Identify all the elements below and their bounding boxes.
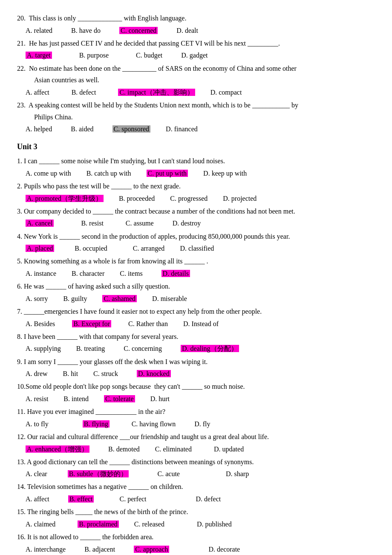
question-21: 21. He has just passed CET IV and he dec… — [17, 38, 375, 61]
option-u3-8-b: B. treating — [73, 343, 105, 354]
option-u3-5-b: B. character — [68, 268, 104, 279]
option-u3-8-c: C. concerning — [117, 343, 162, 354]
option-u3-13-d: D. sharp — [192, 468, 249, 480]
option-u3-12-a: A. enhanced（增强） — [26, 443, 89, 455]
question-u3-6-options: A. sorry B. guilty C. ashamed D. miserab… — [26, 293, 375, 304]
option-u3-6-c: C. ashamed — [99, 293, 137, 304]
answer-u3-4-a: A. placed — [26, 245, 54, 252]
option-u3-11-b: B. flying — [61, 418, 110, 430]
option-u3-2-a: A. promoted（学生升级） — [26, 193, 104, 204]
question-u3-11-text: 11. Have you ever imagined ____________ … — [17, 406, 375, 417]
option-u3-7-d: D. Instead of — [180, 318, 219, 330]
question-u3-16: 16. It is not allowed to ______ the forb… — [17, 532, 375, 555]
option-22-d: D. compact — [207, 87, 242, 98]
unit-3-section: 1. I can ______ some noise while I'm stu… — [17, 156, 375, 555]
answer-u3-15-b: B. proclaimed — [78, 520, 119, 528]
option-u3-15-d: D. published — [176, 518, 232, 530]
answer-u3-10-c: C. tolerate — [104, 395, 135, 402]
question-u3-5: 5. Knowing something as a whole is far f… — [17, 256, 375, 279]
question-u3-6: 6. He was ______ of having asked such a … — [17, 281, 375, 304]
question-u3-8-options: A. supplying B. treating C. concerning D… — [26, 343, 375, 354]
answer-23-c: C. sponsored — [112, 125, 151, 133]
question-u3-15-text: 15. The ringing bells _____ the news of … — [17, 506, 375, 517]
option-u3-11-d: D. fly — [187, 418, 210, 430]
question-u3-2-text: 2. Pupils who pass the test will be ____… — [17, 181, 375, 192]
question-22-text2: Asian countries as well. — [34, 75, 375, 86]
question-u3-5-text: 5. Knowing something as a whole is far f… — [17, 256, 375, 267]
question-u3-8: 8. I have been ______ with that company … — [17, 331, 375, 355]
option-u3-3-a: A. cancel — [26, 217, 54, 229]
answer-u3-5-d: D. details — [161, 270, 190, 277]
option-u3-16-b: B. adjacent — [78, 543, 115, 555]
option-u3-4-d: D. classified — [176, 243, 214, 254]
question-u3-2-options: A. promoted（学生升级） B. proceeded C. progre… — [26, 193, 375, 204]
option-u3-14-c: C. perfect — [106, 493, 146, 505]
question-u3-6-text: 6. He was ______ of having asked such a … — [17, 281, 375, 292]
option-u3-6-a: A. sorry — [26, 293, 48, 304]
question-u3-14-options: A. affect B. effect C. perfect D. defect — [26, 493, 375, 505]
option-u3-6-b: B. guilty — [60, 293, 87, 304]
question-u3-9-text: 9. I am sorry I ______ your glasses off … — [17, 356, 375, 367]
question-u3-5-options: A. instance B. character C. items D. det… — [26, 268, 375, 279]
option-22-a: A. affect — [26, 87, 49, 98]
option-23-d: D. financed — [162, 123, 198, 135]
option-21-c: C. budget — [121, 49, 162, 61]
question-22-options: A. affect B. defect C. impact（冲击、影响） D. … — [26, 87, 375, 98]
question-22-text: 22. No estimate has been done on the ___… — [17, 63, 375, 74]
option-23-c: C. sponsored — [106, 123, 151, 135]
option-u3-9-b: B. hit — [60, 368, 78, 379]
option-u3-9-c: C. struck — [90, 368, 118, 379]
question-u3-16-options: A. interchange B. adjacent C. approach D… — [26, 543, 375, 555]
answer-u3-3-a: A. cancel — [26, 220, 54, 227]
option-u3-11-a: A. to fly — [26, 418, 49, 430]
option-u3-4-c: C. arranged — [119, 243, 165, 254]
option-u3-1-b: B. catch up with — [83, 168, 131, 179]
page-container: 20. This class is only _____________ wit… — [17, 13, 375, 555]
option-u3-12-d: D. updated — [204, 443, 244, 455]
question-21-options: A. target B. purpose C. budget D. gadget — [26, 49, 375, 61]
option-u3-14-a: A. affect — [26, 493, 49, 505]
answer-u3-1-c: C. put up with — [147, 170, 188, 177]
answer-u3-8-d: D. dealing（分配） — [181, 345, 239, 352]
option-u3-12-b: B. demoted — [101, 443, 140, 455]
option-u3-16-a: A. interchange — [26, 543, 66, 555]
option-20-c: C. concerned — [112, 25, 158, 36]
option-21-d: D. gadget — [174, 49, 208, 61]
option-23-b: B. aided — [64, 123, 93, 135]
question-u3-4-options: A. placed B. occupied C. arranged D. cla… — [26, 243, 375, 254]
option-u3-2-b: B. proceeded — [115, 193, 155, 204]
option-u3-16-c: C. approach — [127, 543, 169, 555]
question-u3-8-text: 8. I have been ______ with that company … — [17, 331, 375, 342]
option-u3-7-b: B. Except for — [67, 318, 111, 330]
question-u3-15-options: A. claimed B. proclaimed C. released D. … — [26, 518, 375, 530]
question-u3-12-options: A. enhanced（增强） B. demoted C. eliminated… — [26, 443, 375, 455]
answer-u3-14-b: B. effect — [68, 495, 94, 503]
question-u3-14-text: 14. Television sometimes has a negative … — [17, 481, 375, 492]
option-u3-5-a: A. instance — [26, 268, 56, 279]
question-u3-10-options: A. resist B. intend C. tolerate D. hurt — [26, 393, 375, 405]
question-21-text: 21. He has just passed CET IV and he dec… — [17, 38, 375, 49]
option-u3-9-d: D. knocked — [130, 368, 171, 379]
option-u3-3-c: C. assume — [115, 217, 154, 229]
question-23-text2: Philips China. — [34, 112, 375, 123]
unit-3-title: Unit 3 — [17, 142, 375, 151]
answer-20-c: C. concerned — [119, 27, 158, 34]
option-21-a: A. target — [26, 49, 52, 61]
answer-22-c: C. impact（冲击、影响） — [118, 89, 195, 96]
option-21-b: B. purpose — [64, 49, 109, 61]
question-u3-1-text: 1. I can ______ some noise while I'm stu… — [17, 156, 375, 167]
answer-u3-11-b: B. flying — [83, 420, 110, 428]
option-u3-2-d: D. projected — [219, 193, 257, 204]
answer-21-a: A. target — [26, 52, 52, 59]
option-u3-7-a: A. Besides — [26, 318, 55, 330]
answer-u3-9-d: D. knocked — [137, 370, 171, 377]
option-u3-2-c: C. progressed — [167, 193, 208, 204]
option-u3-13-a: A. clear — [26, 468, 47, 480]
option-u3-10-c: C. tolerate — [101, 393, 135, 405]
question-20-options: A. related B. have do C. concerned D. de… — [26, 25, 375, 36]
question-u3-12-text: 12. Our racial and cultural difference _… — [17, 431, 375, 442]
option-u3-14-b: B. effect — [61, 493, 94, 505]
option-u3-9-a: A. drew — [26, 368, 48, 379]
question-u3-14: 14. Television sometimes has a negative … — [17, 481, 375, 505]
question-u3-4-text: 4. New York is ______ second in the prod… — [17, 231, 375, 242]
